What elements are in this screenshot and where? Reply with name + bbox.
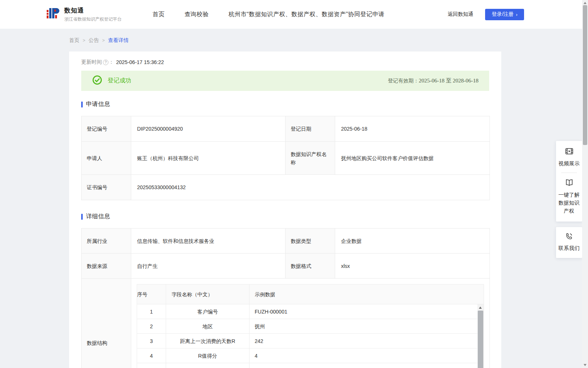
table-row: 申请人 账王（杭州）科技有限公司 数据知识产权名称 抚州地区购买公司软件客户价值… xyxy=(82,142,490,175)
video-showcase-item[interactable]: 视频展示 xyxy=(558,147,580,167)
divider xyxy=(561,173,577,173)
update-time-label: 更新时间 xyxy=(81,59,102,66)
column-header-field-name: 字段名称（中文） xyxy=(166,284,250,304)
data-structure-table: 序号 字段名称（中文） 示例数据 1 客户编号 FUZH-000001 xyxy=(137,284,484,368)
registration-status-banner: 登记成功 登记有效期：2025-06-18 至 2028-06-18 xyxy=(81,71,489,91)
field-label: 登记编号 xyxy=(82,116,131,142)
floating-side-panel: 视频展示 一键了解数据知识产权 联系我们 xyxy=(556,141,582,258)
banner-status-group: 登记成功 xyxy=(92,75,131,86)
industry-value: 信息传输、软件和信息技术服务业 xyxy=(131,229,286,254)
page-scrollbar[interactable] xyxy=(582,0,588,368)
chevron-right-icon: › xyxy=(516,12,517,17)
sample-data: 抚州 xyxy=(250,319,484,334)
validity-period: 登记有效期：2025-06-18 至 2028-06-18 xyxy=(388,77,478,84)
nav-item-hangzhou-collaborative-registration[interactable]: 杭州市“数据知识产权、数据产权、数据资产”协同登记申请 xyxy=(229,11,384,18)
column-header-sample-data: 示例数据 xyxy=(250,284,484,304)
table-row-partial xyxy=(137,363,484,368)
table-row: 2 地区 抚州 xyxy=(137,319,484,334)
sample-data: 4 xyxy=(250,348,484,363)
contact-us-label: 联系我们 xyxy=(558,244,580,252)
page-scrollbar-thumb[interactable] xyxy=(583,5,587,145)
breadcrumb: 首页 > 公告 > 查看详情 xyxy=(69,37,588,44)
breadcrumb-separator: > xyxy=(83,38,85,43)
validity-label: 登记有效期： xyxy=(388,78,419,84)
table-row: 所属行业 信息传输、软件和信息技术服务业 数据类型 企业数据 xyxy=(82,229,490,254)
update-time-colon: ： xyxy=(109,59,114,66)
table-row: 数据来源 自行产生 数据格式 xlsx xyxy=(82,254,490,279)
table-row: 数据结构 序号 字段名称（中文） 示例数据 1 xyxy=(82,279,490,368)
logo-text: 数知通 浙江省数据知识产权登记平台 xyxy=(64,6,122,22)
inner-table-scrollbar[interactable] xyxy=(477,304,484,368)
apply-info-section-title: 申请信息 xyxy=(81,100,489,108)
login-register-label: 登录/注册 xyxy=(492,11,514,18)
row-index: 3 xyxy=(137,334,166,348)
topbar-actions: 返回数知通 登录/注册 › xyxy=(448,9,588,20)
video-showcase-label: 视频展示 xyxy=(558,159,580,167)
validity-value: 2025-06-18 至 2028-06-18 xyxy=(419,78,478,84)
back-to-shuzhitong-link[interactable]: 返回数知通 xyxy=(448,11,473,18)
breadcrumb-announcement[interactable]: 公告 xyxy=(89,37,99,44)
platform-logo[interactable]: 数知通 浙江省数据知识产权登记平台 xyxy=(46,6,138,22)
row-index: 4 xyxy=(137,348,166,363)
breadcrumb-view-detail: 查看详情 xyxy=(108,37,129,44)
field-name: 距离上一次消费的天数R xyxy=(166,334,250,348)
main-nav: 首页 查询校验 杭州市“数据知识产权、数据产权、数据资产”协同登记申请 xyxy=(153,11,384,18)
help-icon[interactable]: ? xyxy=(103,60,108,65)
data-structure-table-wrap: 序号 字段名称（中文） 示例数据 1 客户编号 FUZH-000001 xyxy=(137,284,484,368)
data-type-value: 企业数据 xyxy=(335,229,490,254)
breadcrumb-home[interactable]: 首页 xyxy=(69,37,79,44)
data-source-value: 自行产生 xyxy=(131,254,286,279)
data-format-value: xlsx xyxy=(335,254,490,279)
registration-number-value: DIP2025000004920 xyxy=(131,116,286,142)
detail-info-title: 详细信息 xyxy=(86,213,110,220)
logo-subtitle: 浙江省数据知识产权登记平台 xyxy=(64,16,122,22)
detail-info-section-title: 详细信息 xyxy=(81,213,489,220)
row-index: 1 xyxy=(137,304,166,319)
inner-scrollbar-thumb[interactable] xyxy=(478,311,483,368)
scroll-up-arrow-icon[interactable] xyxy=(584,2,587,4)
login-register-button[interactable]: 登录/注册 › xyxy=(485,9,524,20)
field-label: 数据知识产权名称 xyxy=(286,142,335,175)
sample-data: 242 xyxy=(250,334,484,348)
section-bar xyxy=(81,102,83,107)
logo-title: 数知通 xyxy=(64,6,122,15)
field-label: 登记日期 xyxy=(286,116,335,142)
field-label: 数据来源 xyxy=(82,254,131,279)
table-header-row: 序号 字段名称（中文） 示例数据 xyxy=(137,284,484,304)
logo-icon xyxy=(46,6,61,22)
book-icon xyxy=(565,182,574,188)
status-text: 登记成功 xyxy=(108,77,131,85)
apply-info-table: 登记编号 DIP2025000004920 登记日期 2025-06-18 申请… xyxy=(81,116,490,200)
video-icon xyxy=(565,151,574,157)
field-name: 地区 xyxy=(166,319,250,334)
data-ip-name-value: 抚州地区购买公司软件客户价值评估数据 xyxy=(335,142,490,175)
learn-data-ip-item[interactable]: 一键了解数据知识产权 xyxy=(558,178,580,215)
scroll-down-arrow-icon[interactable] xyxy=(584,364,587,366)
check-circle-icon xyxy=(92,75,102,86)
learn-data-ip-label: 一键了解数据知识产权 xyxy=(558,191,580,215)
table-row: 3 距离上一次消费的天数R 242 xyxy=(137,334,484,348)
table-row: 1 客户编号 FUZH-000001 xyxy=(137,304,484,319)
applicant-value: 账王（杭州）科技有限公司 xyxy=(131,142,286,175)
field-label: 数据格式 xyxy=(286,254,335,279)
scroll-up-arrow-icon[interactable] xyxy=(479,307,482,309)
nav-item-home[interactable]: 首页 xyxy=(153,11,165,18)
sample-data: FUZH-000001 xyxy=(250,304,484,319)
registration-date-value: 2025-06-18 xyxy=(335,116,490,142)
data-structure-label: 数据结构 xyxy=(82,279,131,368)
field-label: 所属行业 xyxy=(82,229,131,254)
phone-icon xyxy=(565,236,573,241)
apply-info-title: 申请信息 xyxy=(86,100,110,108)
detail-card: 更新时间 ? ： 2025-06-17 15:36:22 登记成功 登记有效期：… xyxy=(69,52,501,368)
field-label: 证书编号 xyxy=(82,175,131,200)
field-name: R值得分 xyxy=(166,348,250,363)
table-row: 证书编号 20250533000004132 xyxy=(82,175,490,200)
data-structure-cell: 序号 字段名称（中文） 示例数据 1 客户编号 FUZH-000001 xyxy=(131,279,490,368)
nav-item-query-verify[interactable]: 查询校验 xyxy=(184,11,209,18)
table-row: 登记编号 DIP2025000004920 登记日期 2025-06-18 xyxy=(82,116,490,142)
field-label: 数据类型 xyxy=(286,229,335,254)
contact-us-item[interactable]: 联系我们 xyxy=(558,232,580,252)
field-name: 客户编号 xyxy=(166,304,250,319)
breadcrumb-separator: > xyxy=(102,38,105,43)
detail-info-table: 所属行业 信息传输、软件和信息技术服务业 数据类型 企业数据 数据来源 自行产生… xyxy=(81,228,490,368)
